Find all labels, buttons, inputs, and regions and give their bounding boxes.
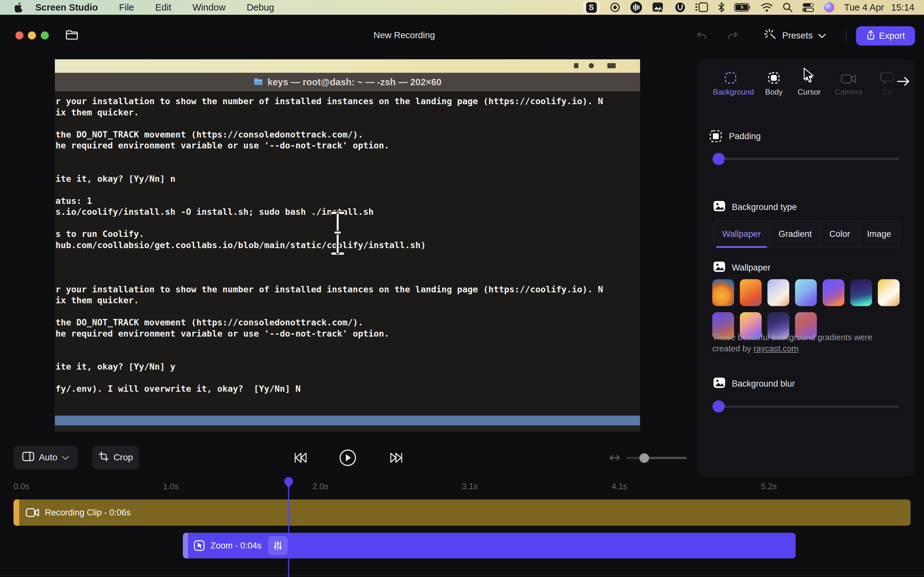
screen: Screen Studio File Edit Window Debug S <box>0 0 924 577</box>
wallpaper-credit-text: Those beautiful background gradients wer… <box>712 332 885 354</box>
terminal-bottom-strip <box>55 425 640 432</box>
padding-slider-track[interactable] <box>717 158 899 160</box>
photos-alert-icon[interactable] <box>652 2 665 13</box>
wallpaper-swatch-3[interactable] <box>767 279 789 306</box>
export-button[interactable]: Export <box>856 26 915 45</box>
recording-clip-trim-handle[interactable] <box>13 500 19 526</box>
tabs-scroll-right-arrow[interactable] <box>897 76 911 88</box>
timeline-bottom-divider <box>0 575 924 576</box>
bg-type-option-color[interactable]: Color <box>821 221 859 247</box>
auto-label: Auto <box>39 452 57 463</box>
menu-window[interactable]: Window <box>192 2 226 13</box>
siri-icon[interactable] <box>824 2 835 13</box>
ruler-tick-3: 3.1s <box>462 482 478 492</box>
menu-edit[interactable]: Edit <box>155 2 171 13</box>
menu-bar-clock[interactable]: Tue 4 Apr 15:14 <box>844 2 914 13</box>
bg-type-option-wallpaper[interactable]: Wallpaper <box>714 221 770 247</box>
wifi-icon[interactable] <box>761 3 773 12</box>
crop-button[interactable]: Crop <box>92 446 139 469</box>
bg-type-option-image[interactable]: Image <box>859 221 899 247</box>
skip-to-start-button[interactable] <box>292 450 308 467</box>
background-type-icon <box>713 200 726 213</box>
zoom-clip-settings-button[interactable] <box>268 536 288 555</box>
menu-file[interactable]: File <box>119 2 134 13</box>
bluetooth-icon[interactable] <box>718 2 725 13</box>
wallpaper-swatch-6[interactable] <box>850 279 872 306</box>
zoom-window-button[interactable] <box>41 31 49 39</box>
tab-background[interactable]: Background <box>713 70 748 97</box>
ruler-tick-2: 2.0s <box>312 482 328 492</box>
background-frame-icon <box>713 70 748 85</box>
raycast-link[interactable]: raycast.com <box>754 343 798 353</box>
spotlight-icon[interactable] <box>782 2 793 13</box>
menu-app-name[interactable]: Screen Studio <box>35 2 98 13</box>
record-icon[interactable] <box>610 2 620 13</box>
crop-label: Crop <box>113 452 133 463</box>
display-sidebar-icon[interactable] <box>695 2 708 13</box>
wallpaper-swatch-4[interactable] <box>795 279 817 306</box>
crop-icon <box>98 451 109 464</box>
redo-button[interactable] <box>726 30 739 44</box>
export-share-icon <box>866 30 875 42</box>
play-button[interactable] <box>339 449 357 468</box>
wallpaper-swatch-7[interactable] <box>878 279 900 306</box>
background-type-label: Background type <box>732 202 797 212</box>
playhead-line[interactable] <box>288 485 289 577</box>
tab-body[interactable]: Body <box>756 70 792 97</box>
layout-auto-dropdown[interactable]: Auto <box>13 446 78 469</box>
screen-studio-badge-icon[interactable]: S <box>583 1 600 14</box>
presets-dropdown[interactable]: Presets <box>763 28 826 43</box>
video-preview-canvas[interactable]: keys — root@dash: ~ — -zsh — 202×60 r yo… <box>55 59 640 432</box>
settings-sidebar: Background Body Cursor Camera Ca <box>697 59 915 477</box>
menu-bar-status-area: S <box>583 0 924 15</box>
mouse-pointer-cursor <box>803 67 816 85</box>
wallpaper-swatch-5[interactable] <box>822 279 845 306</box>
utility-app-icon[interactable] <box>675 2 686 13</box>
bg-type-option-gradient[interactable]: Gradient <box>770 221 821 247</box>
wallpaper-grid <box>712 279 902 339</box>
open-project-folder-icon[interactable] <box>65 29 79 42</box>
zoom-effect-clip[interactable]: Zoom - 0:04s <box>183 533 796 558</box>
wallpaper-swatch-1[interactable] <box>712 279 734 306</box>
padding-slider-thumb[interactable] <box>712 153 725 165</box>
audio-levels-icon[interactable] <box>630 1 643 14</box>
menu-bar-time: 15:14 <box>891 2 914 13</box>
wallpaper-swatch-2[interactable] <box>740 279 762 306</box>
menu-debug[interactable]: Debug <box>247 2 274 13</box>
presets-label: Presets <box>782 31 813 41</box>
magic-wand-icon <box>763 27 777 44</box>
window-title: New Recording <box>340 30 468 40</box>
export-label: Export <box>879 31 905 41</box>
zoom-cursor-icon <box>194 540 205 551</box>
ruler-tick-1: 1.0s <box>163 482 179 492</box>
apple-logo-icon[interactable] <box>15 2 23 13</box>
control-center-icon[interactable] <box>803 3 814 12</box>
ruler-tick-4: 4.1s <box>612 482 627 492</box>
battery-charging-icon[interactable] <box>734 3 751 11</box>
undo-button[interactable] <box>696 30 708 44</box>
recorded-menubar-strip <box>55 59 640 73</box>
camera-icon <box>831 70 866 85</box>
timeline-zoom-slider-thumb[interactable] <box>640 453 649 463</box>
macos-menu-bar: Screen Studio File Edit Window Debug S <box>0 0 924 15</box>
ibeam-text-cursor <box>328 210 348 258</box>
background-type-segmented-control: Wallpaper Gradient Color Image <box>713 221 900 247</box>
background-blur-slider-track[interactable] <box>717 406 899 408</box>
background-blur-slider-thumb[interactable] <box>712 400 725 413</box>
padding-icon <box>709 130 722 144</box>
wallpaper-icon <box>713 261 726 274</box>
tab-camera[interactable]: Camera <box>831 70 866 97</box>
timeline-zoom-icon <box>608 451 621 466</box>
chevron-down-icon <box>62 452 69 463</box>
menu-bar-left: Screen Studio File Edit Window Debug <box>0 0 274 15</box>
recording-clip-label: Recording Clip - 0:06s <box>45 508 131 518</box>
close-window-button[interactable] <box>15 31 23 39</box>
minimize-window-button[interactable] <box>28 31 36 39</box>
background-blur-label: Background blur <box>732 379 795 389</box>
zoom-clip-trim-handle[interactable] <box>183 533 188 558</box>
chevron-down-icon <box>818 31 826 41</box>
terminal-folder-icon <box>254 77 263 87</box>
ruler-tick-0: 0.0s <box>13 482 29 492</box>
recording-clip[interactable]: Recording Clip - 0:06s <box>13 500 911 526</box>
skip-to-end-button[interactable] <box>389 450 404 467</box>
